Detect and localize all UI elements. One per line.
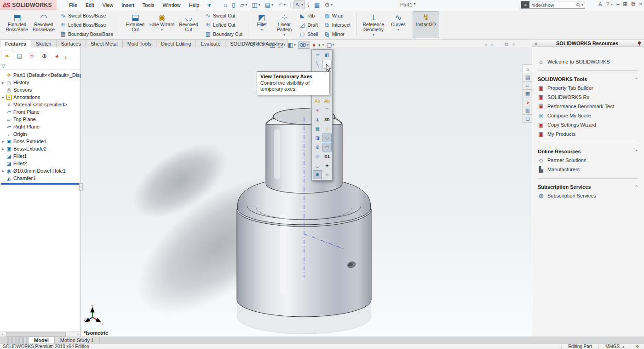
select-dropdown-arrow[interactable]: ▾ — [301, 3, 303, 7]
tab-solidworks-forum[interactable]: ◻ — [523, 114, 532, 123]
apply-scene-icon[interactable]: ◐▾ — [318, 41, 324, 48]
section-subscription-services[interactable]: Subscription Services ⌃ — [538, 183, 638, 191]
expand-arrow[interactable]: ▸ — [1, 147, 6, 151]
curves-dropdown-arrow[interactable]: ▾ — [397, 28, 399, 32]
manufacturers-link[interactable]: ▙Manufacturers — [538, 165, 638, 174]
rib-button[interactable]: ◣Rib — [297, 12, 320, 20]
view-selection-sets-toggle[interactable]: ⌾ — [322, 170, 332, 179]
options-dropdown-arrow[interactable]: ▾ — [331, 3, 333, 7]
swept-cut-button[interactable]: ∿Swept Cut — [203, 12, 244, 20]
tree-item-right-plane[interactable]: ▱ Right Plane — [0, 123, 80, 130]
revolved-boss-base-button[interactable]: ◠ Revolved Boss/Base — [30, 11, 57, 38]
view-sketch-relations-toggle[interactable]: ⊥ — [313, 115, 322, 124]
subscription-services-link[interactable]: ◍Subscription Services — [538, 191, 638, 200]
section-online-resources[interactable]: Online Resources ⌃ — [538, 147, 638, 156]
hole-wizard-dropdown-arrow[interactable]: ▾ — [161, 28, 163, 32]
partner-solutions-link[interactable]: ◇Partner Solutions — [538, 156, 638, 165]
help-dropdown-arrow[interactable]: ▾ — [611, 2, 613, 6]
tab-task-pane-home[interactable]: ⌂ — [523, 64, 532, 73]
filter-funnel-icon[interactable]: ▽ — [1, 63, 5, 69]
xpress-products-button[interactable]: ⁝ — [306, 0, 311, 9]
menu-view[interactable]: View — [98, 1, 118, 9]
property-tab-builder-link[interactable]: ▣Property Tab Builder — [538, 83, 638, 93]
fillet-button[interactable]: ◩ Fillet ▾ — [251, 11, 272, 38]
tab-custom-properties[interactable]: ▥ — [523, 106, 532, 115]
tab-featuremanager[interactable]: ❧ — [1, 51, 13, 61]
linear-pattern-dropdown-arrow[interactable]: ▾ — [283, 33, 285, 37]
display-style-icon[interactable]: ◧▾ — [288, 41, 295, 48]
view-decals-toggle[interactable]: ◍ — [313, 152, 322, 161]
help-button[interactable]: ? — [606, 1, 610, 7]
my-products-link[interactable]: ▣My Products — [538, 129, 638, 139]
menu-insert[interactable]: Insert — [117, 1, 138, 9]
child-close-button[interactable]: × — [512, 41, 515, 47]
restore-button[interactable]: ⧉ — [631, 1, 635, 7]
wrap-button[interactable]: ◍Wrap — [322, 12, 352, 20]
child-restore-button[interactable]: ⧉ — [505, 41, 508, 47]
tree-item-top-plane[interactable]: ▱ Top Plane — [0, 116, 80, 123]
boundary-boss-base-button[interactable]: ▤Boundary Boss/Base — [58, 30, 115, 38]
solidworks-rx-link[interactable]: ▣SOLIDWORKS Rx — [538, 93, 638, 102]
view-sketch-dimensions-toggle[interactable]: Ab — [313, 97, 322, 105]
child-prev-button[interactable]: ◃ — [484, 41, 487, 47]
expand-arrow[interactable]: ▸ — [1, 140, 6, 144]
view-bounding-box-toggle[interactable]: ▭ — [322, 143, 332, 151]
tag-icon[interactable]: ❖ — [631, 344, 644, 349]
tab-features[interactable]: Features — [0, 40, 31, 47]
scroll-left-arrow[interactable]: ‹ — [0, 332, 5, 337]
tab-file-explorer[interactable]: ▱ — [523, 81, 532, 90]
tree-item-boss-extrude2[interactable]: ▸ ▣ Boss-Extrude2 — [0, 145, 80, 152]
mirror-button[interactable]: ⧎Mirror — [322, 30, 352, 38]
manager-tabs-overflow-arrow[interactable]: › — [65, 54, 67, 61]
view-settings-icon[interactable]: ▢▾ — [326, 41, 334, 48]
tab-displaymanager[interactable]: ◕ — [51, 51, 63, 61]
tree-item-material[interactable]: ≡ Material <not specified> — [0, 101, 80, 108]
tab-configurationmanager[interactable]: ⎘ — [26, 51, 38, 61]
pin-icon[interactable] — [637, 41, 642, 46]
tree-item-sensors[interactable]: ◎ Sensors — [0, 86, 80, 93]
view-live-section-planes-toggle[interactable]: ◧ — [322, 51, 332, 59]
tree-horizontal-scrollbar[interactable]: ‹ › — [0, 331, 80, 337]
tree-item-chamfer1[interactable]: ◭ Chamfer1 — [0, 174, 80, 182]
view-points-toggle[interactable]: ∗ — [313, 106, 322, 115]
tab-scroll-buttons[interactable] — [7, 337, 29, 343]
apply-scene-dropdown-arrow[interactable]: ▾ — [322, 43, 324, 47]
instant3d-button[interactable]: ↯ Instant3D — [413, 11, 439, 38]
child-minimize-button[interactable]: – — [498, 41, 500, 47]
copy-settings-wizard-link[interactable]: ▣Copy Settings Wizard — [538, 120, 638, 129]
tab-evaluate[interactable]: Evaluate — [196, 40, 225, 47]
previous-view-icon[interactable]: ↶ — [262, 41, 267, 48]
collapse-chevron-icon[interactable]: ⌃ — [635, 77, 638, 82]
tree-item-annotations[interactable]: ▸ A Annotations — [0, 93, 80, 101]
intersect-button[interactable]: ⧉Intersect — [322, 21, 352, 29]
tab-sketch[interactable]: Sketch — [31, 40, 57, 47]
expand-arrow[interactable]: ▸ — [1, 95, 6, 99]
section-solidworks-tools[interactable]: SOLIDWORKS Tools ⌃ — [538, 75, 638, 83]
view-cameras-toggle[interactable]: ◨ — [313, 134, 322, 142]
hide-show-items-button[interactable]: ▾ — [298, 41, 310, 49]
print-dropdown-arrow[interactable]: ▾ — [271, 3, 273, 7]
tab-dimxpertmanager[interactable]: ⊕ — [38, 51, 51, 61]
view-dimension-names-toggle[interactable]: D1 — [322, 152, 332, 161]
revolved-cut-button[interactable]: ◡ Revolved Cut — [175, 11, 202, 38]
hide-show-dropdown-arrow[interactable]: ▾ — [307, 43, 309, 47]
tree-item-fillet1[interactable]: ◪ Fillet1 — [0, 152, 80, 160]
print-button[interactable]: ▤▾ — [263, 0, 275, 9]
display-style-dropdown-arrow[interactable]: ▾ — [294, 43, 296, 47]
performance-benchmark-test-link[interactable]: ▣Performance Benchmark Test — [538, 102, 638, 111]
view-settings-dropdown-arrow[interactable]: ▾ — [333, 43, 334, 47]
tab-surfaces[interactable]: Surfaces — [56, 40, 86, 47]
compare-my-score-link[interactable]: ◎Compare My Score — [538, 111, 638, 120]
extruded-cut-button[interactable]: ⬓ Extruded Cut — [122, 11, 149, 38]
open-button[interactable]: ▱▾ — [238, 0, 249, 9]
tree-filter-input[interactable] — [6, 62, 79, 69]
tab-view-palette[interactable]: ▦ — [523, 89, 532, 98]
view-all-annotations-toggle[interactable]: Ab — [322, 97, 332, 105]
edit-appearance-icon[interactable]: ● — [312, 41, 316, 48]
view-grid-toggle[interactable]: ▦ — [313, 124, 322, 133]
close-button[interactable]: × — [639, 1, 642, 7]
menu-tools[interactable]: Tools — [138, 1, 159, 9]
reference-geometry-button[interactable]: ⟂ Reference Geometry ▾ — [359, 11, 388, 38]
expand-arrow[interactable]: ▸ — [1, 169, 6, 173]
open-dropdown-arrow[interactable]: ▾ — [245, 3, 247, 7]
